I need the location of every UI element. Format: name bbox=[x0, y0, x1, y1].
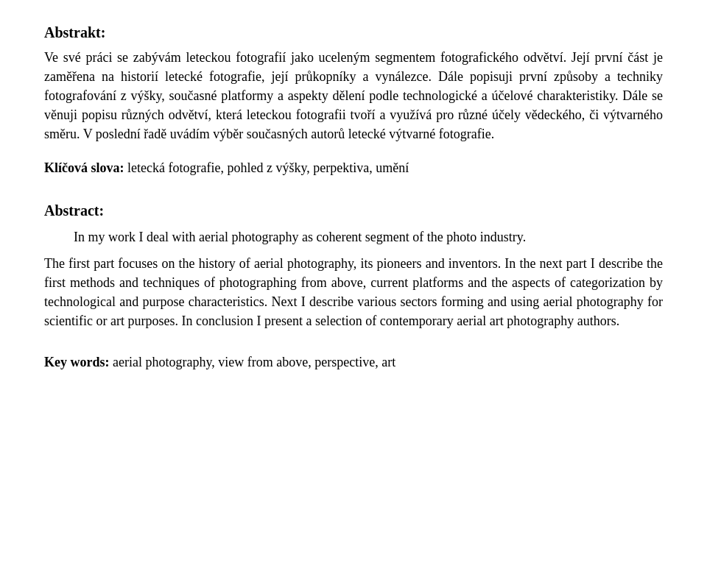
abstract-section: Abstract: In my work I deal with aerial … bbox=[44, 200, 663, 372]
abstrakt-title: Abstrakt: bbox=[44, 22, 663, 43]
abstract-keywords-value: aerial photography, view from above, per… bbox=[113, 355, 395, 369]
abstrakt-keywords: Klíčová slova: letecká fotografie, pohle… bbox=[44, 158, 663, 177]
abstract-keywords-label: Key words: bbox=[44, 355, 110, 369]
abstrakt-keywords-label: Klíčová slova: bbox=[44, 160, 124, 175]
abstract-paragraph: The first part focuses on the history of… bbox=[44, 254, 663, 330]
abstract-intro: In my work I deal with aerial photograph… bbox=[44, 227, 663, 247]
abstrakt-keywords-value: letecká fotografie, pohled z výšky, perp… bbox=[127, 160, 409, 175]
abstract-title: Abstract: bbox=[44, 200, 663, 222]
abstract-keywords: Key words: aerial photography, view from… bbox=[44, 353, 663, 372]
abstrakt-section: Abstrakt: Ve své práci se zabývám leteck… bbox=[44, 22, 663, 178]
abstrakt-paragraph: Ve své práci se zabývám leteckou fotogra… bbox=[44, 48, 663, 144]
